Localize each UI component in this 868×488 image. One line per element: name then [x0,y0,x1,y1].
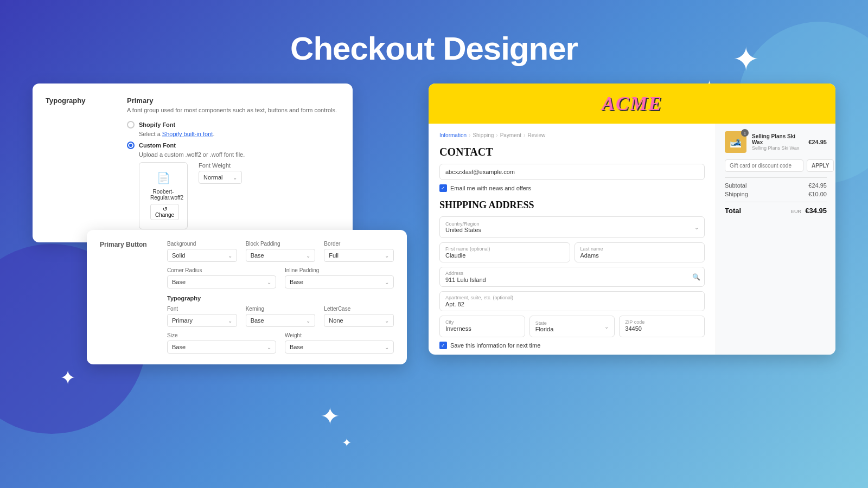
size-group: Size Base [167,332,276,354]
shipping-cost-row: Shipping €10.00 [725,191,827,197]
chevron-icon-font [228,317,232,324]
apt-label: Apartment, suite, etc. (optional) [445,295,699,300]
shopify-font-option[interactable]: Shopify Font [127,121,340,129]
discount-input[interactable] [725,159,803,172]
address-label: Address [445,271,699,276]
last-name-label: Last name [580,246,699,252]
acme-header: ACME [429,84,835,124]
country-label: Country/Region [445,221,481,227]
size-label: Size [167,332,276,338]
contact-heading: CONTACT [439,146,705,158]
kerning-group: Kerning Base [246,306,316,327]
name-row: First name (optional) Claudie Last name … [439,242,705,262]
font-group: Font Primary [167,306,237,327]
chevron-down-icon [233,174,237,181]
discount-row: APPLY [725,159,827,172]
total-row: Total EUR €34.95 [725,207,827,215]
chevron-state-icon [604,323,609,330]
chevron-icon-cr [267,279,271,285]
lettercase-select[interactable]: None [324,314,394,327]
total-label: Total [725,207,741,215]
shopify-font-radio[interactable] [127,121,135,129]
email-offers-checkbox[interactable]: ✓ [439,184,447,192]
subtotal-label: Subtotal [725,182,746,189]
country-select[interactable]: Country/Region United States [439,216,705,238]
address-field[interactable]: Address 911 Lulu Island [439,267,705,287]
search-icon: 🔍 [692,273,700,281]
font-weight-label: Font Weight [199,162,242,169]
form-grid-row2: Corner Radius Base Inline Padding Base [167,267,394,288]
font-select[interactable]: Primary [167,314,237,327]
corner-radius-select[interactable]: Base [167,275,276,288]
city-value: Inverness [445,325,519,332]
inline-padding-select[interactable]: Base [285,275,394,288]
kerning-select[interactable]: Base [246,314,316,327]
last-name-field[interactable]: Last name Adams [575,242,705,262]
apt-field[interactable]: Apartment, suite, etc. (optional) Apt. 8… [439,291,705,311]
total-amount: €34.95 [805,207,827,215]
background-select[interactable]: Solid [167,249,237,262]
acme-logo: ACME [437,92,827,115]
product-quantity-badge: 1 [741,129,749,137]
sparkle-bottom-mid-icon: ✦ [320,404,340,428]
custom-font-option[interactable]: Custom Font [127,142,340,149]
checkout-main: Information › Shipping › Payment › Revie… [429,124,716,355]
panels-container: Typography Primary A font group used for… [0,84,868,355]
font-weight-group: Font Weight Normal [199,162,242,184]
font-file-area: 📄 Roobert-Regular.woff2 ↺ Change Font We… [127,162,340,229]
chevron-icon-bp [306,252,310,259]
address-field-wrapper: Address 911 Lulu Island 🔍 [439,267,705,287]
email-offers-row: ✓ Email me with news and offers [439,184,705,192]
zip-field[interactable]: ZIP code 34450 [619,316,705,337]
primary-description: A font group used for most components su… [127,107,340,113]
font-weight-select[interactable]: Normal [199,171,242,184]
shopify-font-label: Shopify Font [139,121,175,128]
primary-label: Primary [127,97,340,105]
order-item: 🎿 1 Selling Plans Ski Wax Selling Plans … [725,131,827,153]
change-font-button[interactable]: ↺ Change [150,204,179,220]
sparkle-bottom-mid2-icon: ✦ [342,437,352,449]
primary-button-panel: Primary Button Background Solid [87,230,407,364]
total-currency: EUR [791,209,801,214]
chevron-icon-lc [385,317,389,324]
product-sub: Selling Plans Ski Wax [752,145,803,151]
summary-divider [725,177,827,178]
chevron-icon-border [385,252,389,259]
first-name-field[interactable]: First name (optional) Claudie [439,242,570,262]
border-select[interactable]: Full [324,249,394,262]
checkout-preview: ACME Information › Shipping › Payment › … [429,84,835,355]
state-select[interactable]: State Florida [529,316,615,337]
summary-divider-2 [725,202,827,202]
subtotal-row: Subtotal €24.95 [725,182,827,189]
last-name-value: Adams [580,252,699,259]
save-info-checkbox[interactable]: ✓ [439,342,447,349]
sparkle-bottom-left-icon: ✦ [60,368,76,388]
size-select[interactable]: Base [167,341,276,354]
city-state-row: City Inverness State Florida ZIP code 34… [439,316,705,337]
city-label: City [445,319,519,325]
weight-select[interactable]: Base [285,341,394,354]
block-padding-select[interactable]: Base [246,249,316,262]
zip-value: 34450 [625,325,699,332]
custom-font-radio[interactable] [127,142,135,149]
apply-discount-button[interactable]: APPLY [807,159,834,172]
breadcrumb-payment: Payment [500,132,521,138]
shopify-font-sub: Select a Shopify built-in font. [139,131,340,137]
shopify-font-link[interactable]: Shopify built-in font [162,131,213,137]
inline-padding-group: Inline Padding Base [285,267,394,288]
custom-font-label: Custom Font [139,142,176,149]
first-name-value: Claudie [445,252,564,259]
corner-radius-label: Corner Radius [167,267,276,273]
shipping-cost-label: Shipping [725,191,748,197]
chevron-icon-kerning [306,317,310,324]
city-field[interactable]: City Inverness [439,316,525,337]
chevron-icon-ip [385,279,389,285]
chevron-icon-size [267,344,271,350]
zip-label: ZIP code [625,319,699,325]
lettercase-label: LetterCase [324,306,394,312]
checkout-content: Information › Shipping › Payment › Revie… [429,124,835,355]
email-field[interactable] [439,164,705,180]
shipping-cost-value: €10.00 [808,191,827,197]
first-name-label: First name (optional) [445,246,564,252]
left-side: Typography Primary A font group used for… [33,84,412,355]
